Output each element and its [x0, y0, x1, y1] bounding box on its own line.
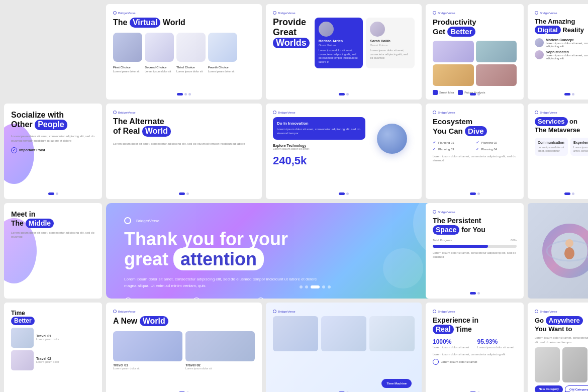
contact-website: ⊕ www.yourwebsite.com	[257, 298, 307, 299]
slide-image-1	[113, 33, 142, 62]
svg-point-3	[564, 247, 574, 259]
slide-experience-real-time: BridgerVerse Experience in Real Time 100…	[426, 303, 524, 392]
slide-title: The Alternateof Real World	[113, 117, 255, 137]
label-4: Fourth Choice Lorem ipsum dolor sit	[208, 66, 237, 73]
vr-img-2	[321, 316, 366, 351]
title-highlight: Anywhere	[546, 316, 583, 325]
slide-alternate-real-world: BridgerVerse The Alternateof Real World …	[106, 104, 262, 199]
dot-2	[346, 93, 349, 95]
pagination-dots	[179, 192, 189, 195]
pagination-dots	[564, 192, 574, 195]
contact-row: ✉ yourgreatsite@email.com ✆ (+123) 4567 …	[124, 298, 506, 299]
images-row	[113, 33, 255, 62]
travel-label-2: Travel 02	[36, 357, 59, 360]
pagination-dots	[177, 93, 191, 95]
title-highlight: Better	[11, 317, 35, 325]
brand-label: BridgerVerse	[273, 11, 415, 15]
new-category-button[interactable]: New Category	[535, 385, 563, 392]
brand-label: BridgerVerse	[433, 210, 517, 214]
time-machine-button[interactable]: Time Machine	[381, 379, 412, 388]
dot-1	[564, 93, 570, 95]
slide-title: Socialize withOther People	[11, 111, 95, 130]
slide-new-world: BridgerVerse A New World Travel 01 Lorem…	[106, 303, 262, 392]
slide-title: Time Better	[11, 310, 95, 325]
brand-icon	[535, 11, 538, 15]
slide-row4-left: Time Better Travel 01 Lorem ipsum dolor …	[4, 303, 102, 392]
smart-icon	[433, 90, 438, 95]
profile-avatar-2	[370, 22, 385, 37]
slide-title: ProvideGreat Worlds	[273, 18, 310, 48]
stats-row: 1000% Lorem ipsum dolor sit amet 95.93% …	[433, 338, 517, 349]
brand-label: BridgerVerse	[535, 111, 588, 114]
dot-1	[470, 93, 476, 95]
slide-title: Go AnywhereYou Want to	[535, 316, 588, 333]
slide-title: ProductivityGet Better	[433, 18, 517, 37]
slide-title: The Virtual World	[113, 18, 255, 28]
blue-card: Do In Innovation Lorem ipsum dolor sit a…	[273, 117, 365, 140]
travel-sub-1: Lorem ipsum dolor	[36, 338, 59, 341]
button-row: New Category Old Category	[535, 385, 588, 392]
slide-go-anywhere: BridgerVerse Go AnywhereYou Want to Lore…	[528, 303, 588, 392]
slide-content: BridgerVerse Do In Innovation Lorem ipsu…	[266, 104, 422, 174]
brand-icon	[273, 11, 276, 15]
title-highlight: Dive	[465, 126, 487, 136]
brand-label: BridgerVerse	[535, 11, 588, 15]
contact-email: ✉ yourgreatsite@email.com	[124, 298, 180, 299]
travel-sub-2: Lorem ipsum dolor	[36, 360, 59, 363]
brand-icon	[273, 310, 276, 313]
dot-1	[339, 192, 345, 195]
vr-img-1	[273, 316, 318, 351]
phone-icon: ✆	[192, 298, 201, 299]
profiles-container: Marissa Arrieb Guest Future Lorem ipsum …	[315, 18, 415, 68]
avatar-1	[535, 38, 544, 47]
dot-2	[477, 93, 480, 95]
pagination-dots	[564, 93, 574, 95]
attention-highlight: attention	[173, 248, 264, 270]
brand-icon	[113, 11, 117, 15]
slide-body: Lorem ipsum dolor sit amet, consectetur …	[11, 231, 95, 239]
nw-img-1	[113, 331, 182, 361]
slide-title: EcosystemYou Can Dive	[433, 117, 517, 136]
slide-virtual-world: BridgerVerse The Virtual World First Cho…	[106, 4, 262, 100]
dot-2	[186, 192, 189, 195]
brand-label: BridgerVerse	[273, 310, 415, 313]
travel-label-1: Travel 01	[36, 334, 59, 338]
slide-content: Socialize withOther People Lorem ipsum d…	[11, 111, 95, 153]
dot-1	[470, 192, 476, 195]
title-highlight: Worlds	[273, 38, 310, 49]
featured-content: BridgerVerse Thank you for yourgreat att…	[124, 217, 506, 299]
stat-1: 1000% Lorem ipsum dolor sit amet	[433, 338, 472, 349]
title-highlight: World	[140, 316, 168, 326]
email-icon: ✉	[124, 298, 132, 299]
title-highlight: Better	[447, 27, 475, 37]
brand-icon	[113, 310, 117, 313]
brand-icon	[273, 111, 276, 114]
future-icon	[458, 90, 463, 95]
pagination-dots	[470, 192, 480, 195]
img-2	[476, 41, 517, 62]
dot-3	[188, 93, 191, 95]
dot-2	[477, 192, 480, 195]
ring-visual	[539, 221, 589, 281]
brand-label: BridgerVerse	[433, 11, 517, 15]
check-icon: ✓	[476, 147, 479, 151]
label-2: Second Choice Lorem ipsum dolor sit	[145, 66, 174, 73]
brand-icon	[535, 111, 538, 114]
slide-title: Services onThe Metaverse	[535, 117, 588, 134]
sphere-visual	[377, 124, 407, 154]
brand-label: BridgerVerse	[113, 11, 255, 15]
brand-icon	[433, 111, 436, 114]
title-highlight: World	[142, 126, 171, 136]
travel-item-2: Travel 02 Lorem ipsum dolor	[11, 350, 95, 370]
planning-grid: ✓ Planning 01 ✓ Planning 02 ✓ Planning 0…	[433, 140, 517, 151]
service-cards: Communication Lorem ipsum dolor sit amet…	[535, 138, 588, 156]
slide-content: ProvideGreat Worlds Marissa Arrieb Guest…	[273, 18, 415, 68]
slide-body: Lorem ipsum dolor sit amet, consectetur …	[433, 352, 517, 356]
brand-icon	[433, 210, 436, 214]
brand-label: BridgerVerse	[124, 217, 506, 224]
planning-4: ✓ Planning 04	[476, 147, 517, 151]
slide-title: Meet in The Middle	[11, 210, 95, 228]
slide-content: Meet in The Middle Lorem ipsum dolor sit…	[11, 210, 95, 239]
visual-container	[369, 111, 415, 167]
dot-1	[339, 93, 345, 95]
